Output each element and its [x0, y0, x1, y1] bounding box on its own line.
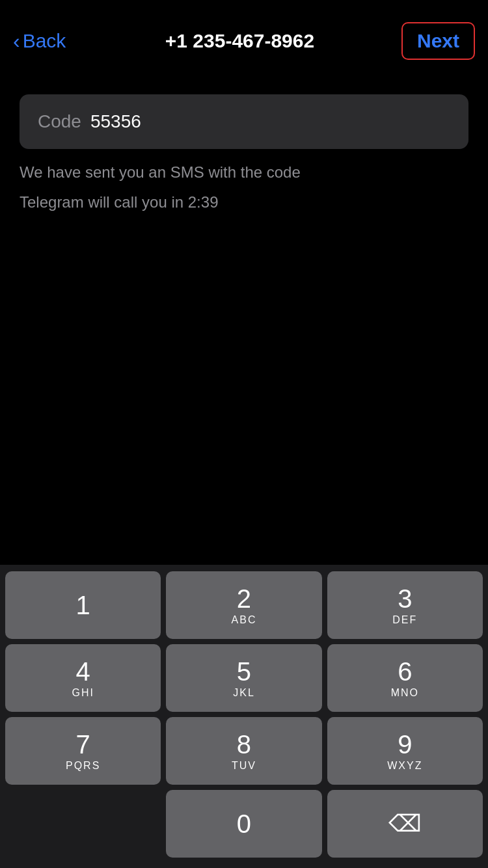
key-7[interactable]: 7 PQRS — [5, 717, 161, 785]
next-button[interactable]: Next — [401, 22, 475, 60]
key-8[interactable]: 8 TUV — [166, 717, 321, 785]
key-9[interactable]: 9 WXYZ — [327, 717, 483, 785]
keyboard-row-1: 1 2 ABC 3 DEF — [5, 571, 483, 639]
key-5[interactable]: 5 JKL — [166, 644, 321, 712]
content-area: Code 55356 We have sent you an SMS with … — [0, 81, 488, 214]
keyboard-row-2: 4 GHI 5 JKL 6 MNO — [5, 644, 483, 712]
keyboard-row-4: 0 ⌫ — [5, 790, 483, 858]
key-6[interactable]: 6 MNO — [327, 644, 483, 712]
key-1[interactable]: 1 — [5, 571, 161, 639]
header: ‹ Back +1 235-467-8962 Next — [0, 0, 488, 81]
sms-info-text: We have sent you an SMS with the code — [20, 161, 468, 184]
code-value: 55356 — [90, 111, 141, 132]
key-empty — [5, 790, 161, 858]
keyboard-row-3: 7 PQRS 8 TUV 9 WXYZ — [5, 717, 483, 785]
numeric-keyboard: 1 2 ABC 3 DEF 4 GHI 5 JKL 6 MNO 7 PQRS — [0, 565, 488, 868]
key-2[interactable]: 2 ABC — [166, 571, 321, 639]
key-0[interactable]: 0 — [166, 790, 321, 858]
back-label: Back — [23, 30, 66, 52]
delete-icon: ⌫ — [388, 810, 422, 837]
key-4[interactable]: 4 GHI — [5, 644, 161, 712]
delete-key[interactable]: ⌫ — [327, 790, 483, 858]
key-3[interactable]: 3 DEF — [327, 571, 483, 639]
code-input-field[interactable]: Code 55356 — [20, 94, 468, 149]
back-chevron-icon: ‹ — [13, 31, 20, 51]
code-label: Code — [38, 111, 81, 132]
back-button[interactable]: ‹ Back — [13, 30, 78, 52]
call-timer-text: Telegram will call you in 2:39 — [20, 191, 468, 214]
phone-number-title: +1 235-467-8962 — [78, 30, 401, 52]
